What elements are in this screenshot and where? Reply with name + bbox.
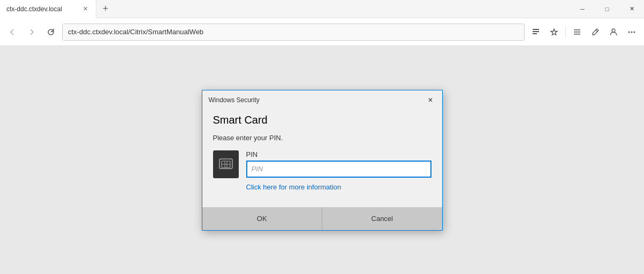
title-bar: ctx-ddc.ctxdev.local ✕ + ─ □ ✕ xyxy=(0,0,644,18)
svg-rect-3 xyxy=(574,29,580,31)
svg-rect-4 xyxy=(574,32,580,33)
forward-button[interactable] xyxy=(24,24,40,40)
pin-input-section: PIN Click here for more information xyxy=(246,150,431,191)
dialog-subtitle: Please enter your PIN. xyxy=(213,134,431,142)
more-options-icon[interactable] xyxy=(624,24,640,40)
favorites-icon[interactable] xyxy=(546,24,562,40)
reader-mode-icon[interactable] xyxy=(528,24,544,40)
dialog-close-button[interactable]: ✕ xyxy=(425,95,436,105)
svg-point-6 xyxy=(612,29,615,32)
pin-input[interactable] xyxy=(246,161,431,178)
toolbar-separator xyxy=(565,26,566,38)
dialog-footer: OK Cancel xyxy=(202,207,442,230)
dialog-overlay: Windows Security ✕ Smart Card Please ent… xyxy=(0,46,644,274)
svg-point-7 xyxy=(628,31,630,33)
address-bar-input-wrap[interactable]: ctx-ddc.ctxdev.local/Citrix/SmartManualW… xyxy=(62,24,525,41)
tab-close-button[interactable]: ✕ xyxy=(81,5,89,13)
dialog-heading: Smart Card xyxy=(213,114,431,126)
pin-label: PIN xyxy=(246,150,431,158)
window-controls: ─ □ ✕ xyxy=(570,0,644,18)
dialog-body: Smart Card Please enter your PIN. xyxy=(202,109,442,207)
more-info-link[interactable]: Click here for more information xyxy=(246,183,431,191)
dialog-header-title: Windows Security xyxy=(209,96,260,104)
profile-icon[interactable] xyxy=(605,24,622,40)
window-close-button[interactable]: ✕ xyxy=(619,0,644,18)
url-text: ctx-ddc.ctxdev.local/Citrix/SmartManualW… xyxy=(68,28,519,36)
svg-rect-5 xyxy=(574,34,580,35)
browser-tab[interactable]: ctx-ddc.ctxdev.local ✕ xyxy=(0,0,96,18)
svg-point-8 xyxy=(631,31,633,33)
maximize-button[interactable]: □ xyxy=(595,0,619,18)
ok-button[interactable]: OK xyxy=(202,208,322,230)
refresh-button[interactable] xyxy=(43,24,59,40)
hub-icon[interactable] xyxy=(569,24,585,40)
edit-icon[interactable] xyxy=(587,24,603,40)
address-bar: ctx-ddc.ctxdev.local/Citrix/SmartManualW… xyxy=(0,18,644,46)
windows-security-dialog: Windows Security ✕ Smart Card Please ent… xyxy=(202,90,443,231)
dialog-pin-row: PIN Click here for more information xyxy=(213,150,431,191)
smart-card-icon xyxy=(213,150,239,178)
tab-title: ctx-ddc.ctxdev.local xyxy=(6,5,77,13)
browser-content: Windows Security ✕ Smart Card Please ent… xyxy=(0,46,644,274)
svg-rect-1 xyxy=(533,31,539,32)
svg-rect-2 xyxy=(533,33,537,34)
svg-point-9 xyxy=(634,31,635,33)
new-tab-button[interactable]: + xyxy=(96,0,115,18)
back-button[interactable] xyxy=(4,24,20,40)
minimize-button[interactable]: ─ xyxy=(570,0,595,18)
svg-rect-0 xyxy=(533,29,539,30)
dialog-header: Windows Security ✕ xyxy=(202,90,442,109)
toolbar-icons xyxy=(528,24,640,40)
cancel-button[interactable]: Cancel xyxy=(322,208,442,230)
